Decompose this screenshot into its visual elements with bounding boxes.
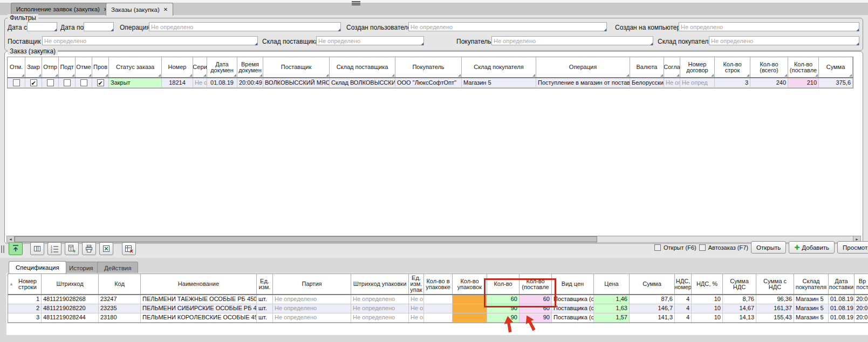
column-header[interactable]: Кол-во xyxy=(487,274,520,294)
grid-cell[interactable]: Поставщика (с xyxy=(552,295,594,304)
column-header[interactable]: Кол-во (всего) xyxy=(750,57,788,77)
column-header[interactable]: Статус заказа xyxy=(109,57,162,77)
grid-cell[interactable]: ПЕЛЬМЕНИ СИБИРСКИЕ ОСОБЫЕ РБ 45 xyxy=(141,304,257,313)
scroll-left-arrow-icon[interactable]: ◄ xyxy=(7,236,15,242)
column-header[interactable]: НДС, номер xyxy=(675,274,692,294)
grid-cell[interactable]: 01.08.19 xyxy=(829,295,855,304)
grid-cell[interactable]: Не определено xyxy=(351,295,409,304)
column-header[interactable]: Сумма НДС xyxy=(723,274,756,294)
column-header[interactable]: Отм. xyxy=(8,57,25,77)
column-header[interactable]: Время докумен xyxy=(237,57,263,77)
grid-row[interactable]: 3481121902824423180ПЕЛЬМЕНИ КОРОЛЕВСКИЕ … xyxy=(8,313,868,323)
tab-orders-purchase[interactable]: Заказы (закупка) ✕ xyxy=(106,3,173,16)
grid-cell[interactable]: 60 xyxy=(520,304,552,313)
grid-cell[interactable]: Не определено xyxy=(273,313,351,322)
grid-cell[interactable]: 141,3 xyxy=(630,313,675,322)
date-to-input[interactable] xyxy=(84,22,114,31)
column-header[interactable]: Номер xyxy=(162,57,193,77)
print-button[interactable] xyxy=(82,242,96,255)
grid-cell[interactable]: 20:0 xyxy=(855,304,868,313)
grid-cell[interactable]: 14,67 xyxy=(723,304,756,313)
grid-cell[interactable]: 10 xyxy=(692,313,723,322)
grid-cell[interactable]: 3 xyxy=(8,313,42,322)
tab-actions[interactable]: Действия xyxy=(97,262,138,273)
grid-cell[interactable]: Магазин 5 xyxy=(794,295,829,304)
grid-cell[interactable]: Не определено xyxy=(351,313,409,322)
column-header[interactable]: Сумма с НДС xyxy=(756,274,794,294)
column-header[interactable]: Склад поставщика xyxy=(330,57,395,77)
grid-cell[interactable]: 4 xyxy=(675,304,692,313)
grid-cell[interactable]: Белорусский xyxy=(630,78,664,87)
grid-cell[interactable]: шт. xyxy=(257,304,273,313)
autosize-columns-button[interactable] xyxy=(9,242,23,255)
grid-cell[interactable]: Не определено xyxy=(351,304,409,313)
grid-cell[interactable]: Не опр xyxy=(664,78,680,87)
grid-cell[interactable]: ПЕЛЬМЕНИ ТАЕЖНЫЕ ОСОБЫЕ РБ 450Г xyxy=(141,295,257,304)
created-by-user-input[interactable] xyxy=(408,22,607,31)
grid-cell[interactable]: 87,6 xyxy=(630,295,675,304)
grid-cell[interactable]: Не определено xyxy=(273,304,351,313)
grid-cell[interactable]: Не оп xyxy=(409,313,424,322)
grid-cell[interactable] xyxy=(424,304,453,313)
column-settings-button[interactable] xyxy=(30,242,44,255)
column-header[interactable]: Кол-во упаковок xyxy=(453,274,487,294)
grid-cell[interactable] xyxy=(453,313,487,322)
grid-cell[interactable]: 20:0 xyxy=(855,313,868,322)
supplier-input[interactable] xyxy=(42,36,258,45)
grid-cell[interactable]: 4 xyxy=(675,295,692,304)
operation-input[interactable] xyxy=(149,22,341,31)
column-header[interactable]: Вид цен xyxy=(552,274,594,294)
column-header[interactable]: Ед. изм. xyxy=(257,274,273,294)
grid-cell[interactable]: 4811219028220 xyxy=(42,304,99,313)
grid-row[interactable]: 2481121902822023235ПЕЛЬМЕНИ СИБИРСКИЕ ОС… xyxy=(8,304,868,313)
column-header[interactable]: Дата докумен xyxy=(207,57,237,77)
row-checkbox[interactable]: ✔ xyxy=(97,79,104,86)
grid-row[interactable]: 1481121902826823247ПЕЛЬМЕНИ ТАЕЖНЫЕ ОСОБ… xyxy=(8,295,868,304)
grid-cell[interactable]: Поступление в магазин от поставщик xyxy=(536,78,630,87)
grid-cell[interactable]: 1,57 xyxy=(594,313,630,322)
column-header[interactable]: Подт xyxy=(59,57,76,77)
splitter-handle-icon[interactable] xyxy=(352,1,360,6)
column-header[interactable]: Вр пост xyxy=(855,274,868,294)
column-header[interactable]: Валюта xyxy=(630,57,664,77)
grid-cell[interactable]: ПЕЛЬМЕНИ КОРОЛЕВСКИЕ ОСОБЫЕ 450 xyxy=(141,313,257,322)
buyer-warehouse-input[interactable] xyxy=(709,36,859,45)
scrollbar-thumb[interactable] xyxy=(15,236,597,242)
column-header[interactable]: Кол-во (поставле xyxy=(520,274,552,294)
grid-cell[interactable]: ✔ xyxy=(92,78,109,87)
row-checkbox[interactable] xyxy=(64,79,71,86)
column-header[interactable]: НДС, % xyxy=(692,274,723,294)
column-header[interactable]: Покупатель xyxy=(395,57,462,77)
grid-cell[interactable]: Не определено xyxy=(273,295,351,304)
grid-cell[interactable]: 20:0 xyxy=(855,295,868,304)
grid-cell[interactable]: 60 xyxy=(487,295,520,304)
column-header[interactable]: Ед. изм. упак xyxy=(409,274,424,294)
column-header[interactable]: Поставщик xyxy=(263,57,330,77)
grid-cell[interactable]: 10 xyxy=(692,304,723,313)
grid-cell[interactable]: Магазин 5 xyxy=(794,313,829,322)
grid-cell[interactable]: 18214 xyxy=(162,78,193,87)
grid-cell[interactable]: 210 xyxy=(788,78,819,87)
grid-cell[interactable]: Не о xyxy=(193,78,207,87)
grid-settings-button[interactable] xyxy=(122,242,136,255)
grid-cell[interactable]: 90 xyxy=(520,313,552,322)
tab-close-icon[interactable]: ✕ xyxy=(163,6,168,12)
column-header[interactable]: Склад покупателя xyxy=(794,274,829,294)
buyer-input[interactable] xyxy=(491,36,653,45)
grid-cell[interactable] xyxy=(453,304,487,313)
created-on-computer-input[interactable] xyxy=(679,22,859,31)
grid-cell[interactable]: 1,46 xyxy=(594,295,630,304)
grid-cell[interactable]: 14,13 xyxy=(723,313,756,322)
grid-cell[interactable]: 23247 xyxy=(99,295,141,304)
column-header[interactable]: Дата поставки xyxy=(829,274,855,294)
column-header[interactable]: Закр xyxy=(25,57,42,77)
column-header[interactable]: Кол-во (поставле xyxy=(788,57,819,77)
view-button[interactable]: Просмотр xyxy=(837,241,868,254)
column-header[interactable]: Наименование xyxy=(141,274,257,294)
row-numbering-button[interactable]: 123 xyxy=(47,242,61,255)
grid-cell[interactable]: 146,7 xyxy=(630,304,675,313)
grid-cell[interactable]: Не оп xyxy=(409,295,424,304)
column-header[interactable]: Склад покупателя xyxy=(462,57,536,77)
grid-cell[interactable]: 4 xyxy=(675,313,692,322)
grid-cell[interactable]: 240 xyxy=(750,78,788,87)
